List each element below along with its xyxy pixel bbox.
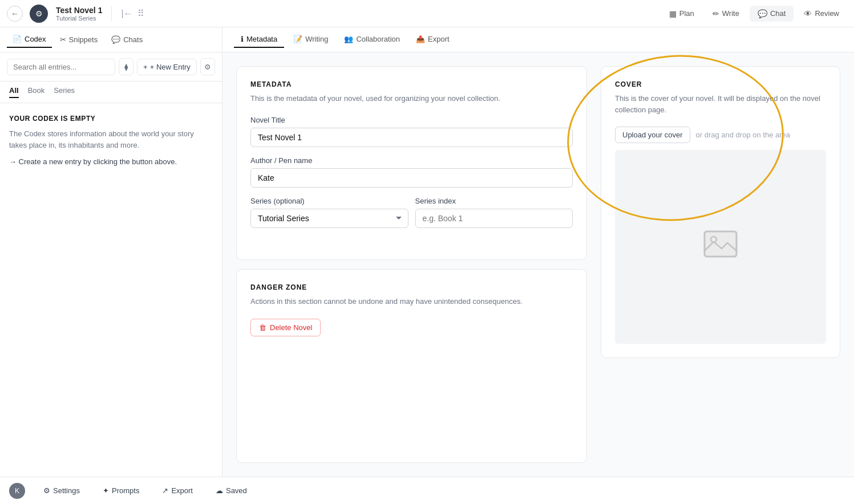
danger-zone-desc: Actions in this section cannot be undone… <box>250 296 573 307</box>
export-icon: 📤 <box>416 35 425 43</box>
novel-title-group: Novel Title <box>250 116 573 147</box>
right-nav-tabs: ℹ Metadata 📝 Writing 👥 Collaboration 📤 E… <box>222 27 468 52</box>
author-input[interactable] <box>250 168 573 188</box>
tab-writing[interactable]: 📝 Writing <box>286 31 335 48</box>
app-logo: ⚙ <box>30 5 48 23</box>
main-area: ⧫ + + New Entry ⚙ All Book Series YOUR C… <box>0 52 854 477</box>
tab-plan[interactable]: ▦ Plan <box>661 6 702 22</box>
review-icon: 👁 <box>804 9 812 18</box>
tab-snippets[interactable]: ✂ Snippets <box>54 32 104 47</box>
export-bottom-icon: ↗ <box>162 486 168 495</box>
new-entry-button[interactable]: + + New Entry <box>137 59 197 75</box>
author-group: Author / Pen name <box>250 156 573 188</box>
tab-codex[interactable]: 📄 Codex <box>7 31 52 48</box>
novel-title-input[interactable] <box>250 128 573 147</box>
metadata-icon: ℹ <box>241 35 244 43</box>
tab-review[interactable]: 👁 Review <box>796 6 847 22</box>
empty-description: The Codex stores information about the w… <box>9 128 213 151</box>
left-nav-tabs: 📄 Codex ✂ Snippets 💬 Chats <box>0 27 222 52</box>
cover-preview-area[interactable] <box>615 150 826 344</box>
danger-zone-card: DANGER ZONE Actions in this section cann… <box>236 269 587 463</box>
filter-tabs: All Book Series <box>0 82 222 103</box>
search-input[interactable] <box>7 59 115 75</box>
series-select-wrap: Tutorial Series <box>250 209 408 228</box>
author-label: Author / Pen name <box>250 156 573 165</box>
collaboration-icon: 👥 <box>344 35 353 43</box>
empty-title: YOUR CODEX IS EMPTY <box>9 115 213 123</box>
bottom-bar: K ⚙ Settings ✦ Prompts ↗ Export ☁ Saved <box>0 477 854 504</box>
content-area: METADATA This is the metadata of your no… <box>222 52 854 477</box>
tab-collaboration[interactable]: 👥 Collaboration <box>337 31 407 48</box>
gear-icon: ⚙ <box>204 63 211 71</box>
metadata-section-title: METADATA <box>250 80 573 88</box>
series-index-label: Series index <box>415 197 573 205</box>
app-title: Test Novel 1 Tutorial Series <box>56 6 102 22</box>
second-nav: 📄 Codex ✂ Snippets 💬 Chats ℹ Metadata 📝 … <box>0 27 854 52</box>
filter-icon: ⧫ <box>124 63 128 71</box>
cover-upload-row: Upload your cover or drag and drop on th… <box>615 127 826 143</box>
novel-title-label: Novel Title <box>250 116 573 124</box>
write-icon: ✏ <box>713 9 719 18</box>
filter-tab-all[interactable]: All <box>9 86 19 98</box>
app-title-main: Test Novel 1 <box>56 6 102 15</box>
app-title-sub: Tutorial Series <box>56 15 102 22</box>
collapse-icon[interactable]: |← <box>121 9 132 19</box>
tab-write[interactable]: ✏ Write <box>705 6 747 22</box>
top-nav-tabs: ▦ Plan ✏ Write 💬 Chat 👁 Review <box>661 6 847 22</box>
top-nav: ← ⚙ Test Novel 1 Tutorial Series |← ⠿ ▦ … <box>0 0 854 27</box>
nav-divider <box>111 6 112 22</box>
danger-zone-title: DANGER ZONE <box>250 283 573 291</box>
prompts-icon: ✦ <box>103 486 109 495</box>
filter-tab-book[interactable]: Book <box>28 86 45 98</box>
drag-handle[interactable]: ⠿ <box>137 8 144 19</box>
series-row: Series (optional) Tutorial Series Series… <box>250 197 573 228</box>
codex-icon: 📄 <box>13 35 22 43</box>
series-index-col: Series index <box>415 197 573 228</box>
export-button[interactable]: ↗ Export <box>157 484 197 497</box>
cover-section-title: COVER <box>615 80 826 88</box>
create-entry-link[interactable]: → Create a new entry by clicking the but… <box>9 157 213 166</box>
chat-icon: 💬 <box>758 9 767 18</box>
chats-icon: 💬 <box>111 35 120 44</box>
avatar: K <box>9 483 25 499</box>
sidebar-settings-button[interactable]: ⚙ <box>200 58 215 75</box>
series-label: Series (optional) <box>250 197 408 205</box>
sidebar-empty-state: YOUR CODEX IS EMPTY The Codex stores inf… <box>0 103 222 177</box>
filter-button[interactable]: ⧫ <box>119 58 133 75</box>
sidebar: ⧫ + + New Entry ⚙ All Book Series YOUR C… <box>0 52 222 477</box>
or-text: or drag and drop on the area <box>696 131 791 139</box>
back-button[interactable]: ← <box>7 6 23 22</box>
tab-export[interactable]: 📤 Export <box>409 31 456 48</box>
tab-chats[interactable]: 💬 Chats <box>106 32 148 47</box>
sidebar-toolbar: ⧫ + + New Entry ⚙ <box>0 52 222 82</box>
metadata-section-desc: This is the metadata of your novel, used… <box>250 93 573 104</box>
tab-chat[interactable]: 💬 Chat <box>750 6 794 22</box>
writing-icon: 📝 <box>293 35 302 43</box>
metadata-card: METADATA This is the metadata of your no… <box>236 66 587 260</box>
plan-icon: ▦ <box>669 9 677 18</box>
prompts-button[interactable]: ✦ Prompts <box>98 484 144 497</box>
filter-tab-series[interactable]: Series <box>54 86 75 98</box>
cover-section-desc: This is the cover of your novel. It will… <box>615 93 826 115</box>
series-select[interactable]: Tutorial Series <box>250 209 408 228</box>
cover-card: COVER This is the cover of your novel. I… <box>601 66 840 358</box>
saved-indicator: ☁ Saved <box>211 484 252 497</box>
settings-icon: ⚙ <box>43 486 50 495</box>
upload-cover-button[interactable]: Upload your cover <box>615 127 690 143</box>
plus-icon: + <box>143 63 148 71</box>
settings-button[interactable]: ⚙ Settings <box>39 484 84 497</box>
series-index-input[interactable] <box>415 209 573 228</box>
saved-icon: ☁ <box>216 486 223 495</box>
metadata-section: METADATA This is the metadata of your no… <box>236 66 587 463</box>
snippets-icon: ✂ <box>60 35 66 44</box>
tab-metadata[interactable]: ℹ Metadata <box>234 31 284 48</box>
image-placeholder-icon <box>702 226 739 269</box>
svg-rect-0 <box>705 231 736 257</box>
trash-icon: 🗑 <box>259 323 266 332</box>
delete-novel-button[interactable]: 🗑 Delete Novel <box>250 319 321 336</box>
series-col: Series (optional) Tutorial Series <box>250 197 408 228</box>
